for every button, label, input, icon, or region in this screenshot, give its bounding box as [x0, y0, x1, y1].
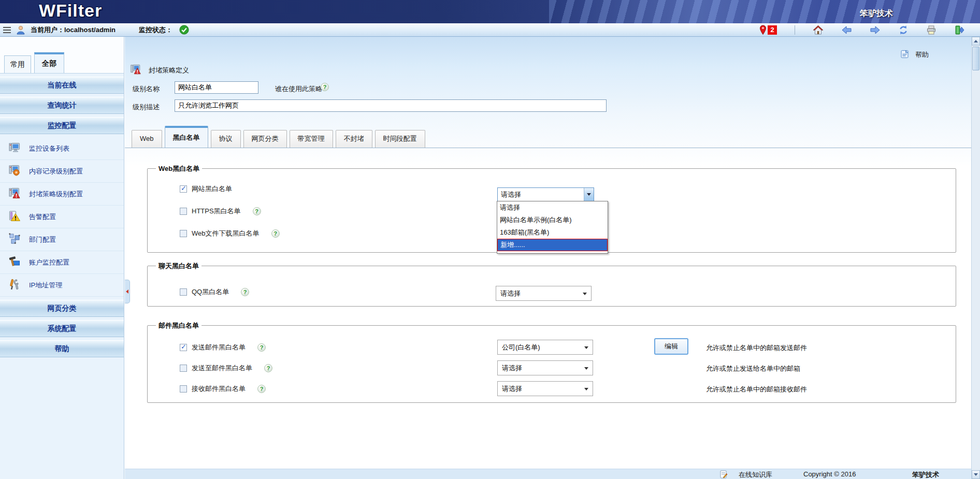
sidebar-tabbar: 常用 全部	[0, 37, 124, 74]
scrollbar-up-button[interactable]	[972, 37, 980, 46]
send-to-mail-checkbox[interactable]	[180, 365, 187, 372]
webfile-download-checkbox[interactable]	[180, 230, 187, 237]
chevron-down-icon	[583, 293, 587, 295]
qq-select-value: 请选择	[500, 289, 521, 298]
user-icon	[16, 25, 26, 35]
website-blackwhite-row: 网站黑白名单	[180, 184, 232, 194]
level-name-label: 级别名称	[133, 84, 160, 94]
tab-blackwhite-list[interactable]: 黑白名单	[165, 126, 208, 148]
sidebar-item-record-level-config[interactable]: 内容记录级别配置	[0, 160, 124, 183]
receive-mail-note: 允许或禁止名单中的邮箱接收邮件	[706, 385, 807, 394]
scrollbar-down-button[interactable]	[972, 470, 980, 479]
qq-blackwhite-row: QQ黑白名单 ?	[180, 287, 249, 297]
sidebar-group-system-config[interactable]: 系统配置	[0, 320, 124, 337]
sidebar-collapse-handle[interactable]	[125, 280, 130, 303]
sidebar-group-current-online[interactable]: 当前在线	[0, 77, 124, 94]
sidebar-group-help[interactable]: 帮助	[0, 340, 124, 357]
sidebar-tab-all[interactable]: 全部	[34, 52, 64, 73]
sidebar-group-web-category[interactable]: 网页分类	[0, 300, 124, 317]
alert-count-badge[interactable]: 2	[768, 25, 777, 35]
logout-icon[interactable]	[954, 25, 964, 35]
dropdown-option[interactable]: 163邮箱(黑名单)	[497, 226, 608, 239]
https-help-icon[interactable]: ?	[253, 207, 261, 215]
sidebar-item-ip-address-management[interactable]: IP地址管理	[0, 274, 124, 297]
knowledge-base-icon	[719, 470, 728, 479]
home-icon[interactable]	[813, 25, 824, 35]
tab-protocol[interactable]: 协议	[211, 130, 241, 148]
sidebar-item-alert-config[interactable]: 告警配置	[0, 206, 124, 228]
alert-pin-icon[interactable]	[759, 25, 767, 35]
send-to-mail-help-icon[interactable]: ?	[264, 364, 272, 372]
send-to-mail-select-value: 请选择	[502, 364, 522, 373]
vertical-scrollbar[interactable]	[971, 37, 980, 479]
combobox-value: 请选择	[498, 190, 584, 199]
website-blackwhite-label: 网站黑白名单	[192, 184, 232, 194]
tab-web-category[interactable]: 网页分类	[243, 130, 287, 148]
receive-mail-checkbox[interactable]	[180, 385, 187, 393]
send-to-mail-label: 发送至邮件黑白名单	[192, 364, 252, 373]
send-to-mail-note: 允许或禁止发送给名单中的邮箱	[706, 364, 800, 373]
tab-no-block[interactable]: 不封堵	[336, 130, 372, 148]
forward-icon[interactable]	[870, 25, 881, 35]
scrollbar-thumb[interactable]	[972, 47, 979, 70]
send-mail-select[interactable]: 公司(白名单)	[497, 340, 593, 355]
sidebar-item-label: 监控设备列表	[29, 144, 69, 153]
policy-tabstrip: Web 黑白名单 协议 网页分类 带宽管理 不封堵 时间段配置	[125, 126, 971, 148]
tab-web[interactable]: Web	[132, 130, 162, 148]
menu-icon[interactable]	[3, 27, 11, 33]
help-link-label[interactable]: 帮助	[915, 50, 929, 60]
qq-list-select[interactable]: 请选择	[496, 286, 592, 301]
sidebar-group-monitor-config[interactable]: 监控配置	[0, 117, 124, 134]
sidebar-item-department-config[interactable]: 部门配置	[0, 228, 124, 251]
back-icon[interactable]	[841, 25, 852, 35]
sidebar-tab-common[interactable]: 常用	[4, 55, 31, 73]
page-title-text: 封堵策略定义	[149, 66, 189, 75]
help-link[interactable]: 帮助	[900, 50, 929, 60]
monitor-status-label: 监控状态：	[139, 25, 172, 35]
sidebar-item-account-monitor-config[interactable]: 账户监控配置	[0, 251, 124, 274]
send-to-mail-select[interactable]: 请选择	[497, 360, 593, 375]
send-mail-checkbox[interactable]	[180, 344, 187, 351]
sidebar-item-label: IP地址管理	[29, 281, 62, 290]
dropdown-option-new[interactable]: 新增......	[497, 239, 608, 251]
send-mail-row: 发送邮件黑白名单 ? 公司(白名单) 编辑 允许或禁止名单中的邮箱发送邮件	[148, 340, 956, 356]
send-mail-help-icon[interactable]: ?	[257, 343, 266, 352]
chevron-down-icon	[584, 367, 588, 370]
combobox-dropdown-button[interactable]	[584, 188, 594, 201]
webfile-help-icon[interactable]: ?	[271, 229, 280, 238]
website-blackwhite-checkbox[interactable]	[180, 185, 187, 193]
qq-blackwhite-checkbox[interactable]	[180, 288, 187, 296]
sidebar-item-block-policy-config[interactable]: 封堵策略级别配置	[0, 183, 124, 206]
who-uses-help-icon[interactable]: ?	[321, 83, 329, 91]
dropdown-option[interactable]: 请选择	[497, 201, 608, 214]
sidebar-item-label: 账户监控配置	[29, 258, 69, 267]
toolbar-separator	[795, 25, 795, 35]
sidebar-item-device-list[interactable]: 监控设备列表	[0, 137, 124, 160]
edit-button[interactable]: 编辑	[654, 338, 688, 355]
tab-time-range[interactable]: 时间段配置	[375, 130, 425, 148]
web-section-legend: Web黑白名单	[156, 164, 202, 173]
footer-brand-link[interactable]: 笨驴技术	[912, 470, 939, 479]
tab-bandwidth[interactable]: 带宽管理	[290, 130, 333, 148]
toolbar: 当前用户：localhost/admin 监控状态： 2	[0, 23, 980, 37]
qq-help-icon[interactable]: ?	[241, 288, 249, 296]
dropdown-option[interactable]: 网站白名单示例(白名单)	[497, 214, 608, 226]
refresh-icon[interactable]	[898, 25, 909, 35]
toolbar-right: 2	[759, 23, 964, 36]
receive-mail-help-icon[interactable]: ?	[257, 385, 266, 393]
receive-mail-select[interactable]: 请选择	[497, 381, 593, 396]
https-blackwhite-checkbox[interactable]	[180, 208, 187, 215]
send-mail-note: 允许或禁止名单中的邮箱发送邮件	[706, 343, 807, 353]
main-content: 帮助 封堵策略定义 级别名称 谁在使用此策略 ? 级别描述 Web 黑白名单 协…	[125, 37, 971, 479]
print-icon[interactable]	[926, 25, 936, 35]
current-user-label: 当前用户：localhost/admin	[31, 25, 116, 35]
level-name-input[interactable]	[175, 81, 258, 94]
website-list-combobox[interactable]: 请选择	[497, 187, 594, 201]
sidebar-item-label: 内容记录级别配置	[29, 167, 83, 176]
ip-tools-icon	[8, 278, 21, 292]
sidebar-item-label: 部门配置	[29, 235, 56, 244]
level-desc-input[interactable]	[175, 99, 607, 112]
knowledge-base-link[interactable]: 在线知识库	[739, 470, 772, 479]
sidebar-group-query-stats[interactable]: 查询统计	[0, 97, 124, 114]
alert-pin-group[interactable]: 2	[759, 25, 777, 35]
